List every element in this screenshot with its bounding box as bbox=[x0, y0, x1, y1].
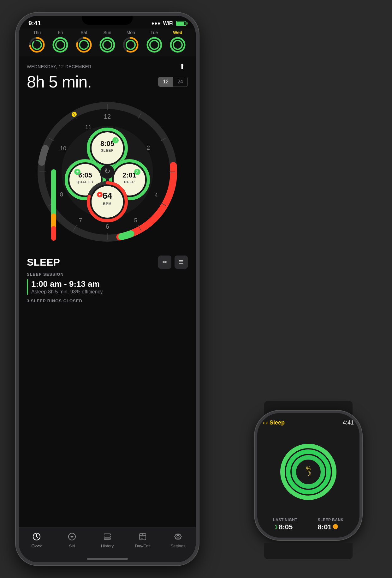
day-item-sun[interactable]: Sun bbox=[99, 30, 116, 53]
svg-text:Z: Z bbox=[136, 170, 138, 174]
clock-tab-icon bbox=[31, 531, 42, 542]
svg-text:8:05: 8:05 bbox=[100, 140, 114, 148]
svg-text:10: 10 bbox=[60, 145, 66, 152]
scene: 9:41 ●●● WiFi Thu bbox=[0, 0, 392, 578]
green-bar-indicator bbox=[27, 279, 28, 295]
day-label-sat: Sat bbox=[80, 30, 87, 35]
day-item-mon[interactable]: Mon bbox=[122, 30, 139, 53]
sleep-session-text: 1:00 am - 9:13 am Asleep 8h 5 min. 93% e… bbox=[31, 279, 104, 295]
watch-sleep-bank-icon: ⓿ bbox=[333, 524, 338, 530]
sleep-section: SLEEP ✏ ☰ SLEEP SESSION 1:00 am - 9:13 a… bbox=[19, 251, 196, 308]
time-format-24[interactable]: 24 bbox=[173, 77, 187, 87]
watch-band-bottom bbox=[264, 543, 353, 559]
ring-mon bbox=[122, 37, 139, 53]
svg-rect-99 bbox=[104, 538, 110, 539]
iphone-notch bbox=[82, 16, 133, 25]
day-item-fri[interactable]: Fri bbox=[52, 30, 68, 53]
tab-clock[interactable]: Clock bbox=[19, 531, 54, 548]
tab-bar: Clock Siri bbox=[19, 527, 196, 562]
day-label-sun: Sun bbox=[104, 30, 111, 35]
day-item-wed[interactable]: Wed bbox=[169, 30, 186, 53]
svg-text:5: 5 bbox=[134, 217, 137, 224]
ring-sat bbox=[76, 37, 92, 53]
ring-wed bbox=[169, 37, 186, 53]
sleep-session-label: SLEEP SESSION bbox=[27, 272, 188, 277]
svg-point-64 bbox=[92, 132, 123, 164]
date-label: WEDNESDAY, 12 DECEMBER bbox=[27, 64, 92, 69]
svg-text:QUALITY: QUALITY bbox=[76, 180, 94, 184]
day-label-mon: Mon bbox=[127, 30, 135, 35]
watch-back-button[interactable]: ‹ ‹ Sleep bbox=[263, 419, 285, 426]
svg-text:6: 6 bbox=[105, 223, 109, 230]
tab-settings[interactable]: Settings bbox=[160, 531, 196, 548]
svg-text:8: 8 bbox=[60, 191, 63, 198]
watch-last-night-label: LAST NIGHT bbox=[273, 518, 297, 522]
edit-icon-btn[interactable]: ✏ bbox=[158, 256, 171, 269]
svg-point-11 bbox=[80, 40, 88, 49]
svg-point-7 bbox=[56, 40, 65, 49]
watch-ring-container: % ☽ bbox=[263, 430, 354, 514]
ring-fri bbox=[52, 37, 68, 53]
home-indicator bbox=[87, 558, 128, 560]
svg-text:7: 7 bbox=[79, 217, 82, 224]
sleep-header-icons: ✏ ☰ bbox=[158, 256, 188, 269]
day-label-wed: Wed bbox=[173, 30, 182, 35]
svg-line-95 bbox=[37, 537, 38, 538]
watch-back-label: ‹ Sleep bbox=[266, 419, 285, 426]
watch-last-night-icon: ☽ bbox=[273, 524, 277, 530]
day-item-tue[interactable]: Tue bbox=[146, 30, 163, 53]
tab-siri-label: Siri bbox=[69, 544, 75, 548]
svg-text:♥: ♥ bbox=[99, 193, 101, 196]
svg-point-23 bbox=[150, 40, 159, 49]
ring-sun bbox=[99, 37, 116, 53]
day-item-sat[interactable]: Sat bbox=[76, 30, 92, 53]
svg-text:☽: ☽ bbox=[306, 470, 311, 477]
svg-text:↻: ↻ bbox=[104, 167, 110, 175]
watch-header: ‹ ‹ Sleep 4:41 bbox=[263, 419, 354, 426]
iphone-screen: 9:41 ●●● WiFi Thu bbox=[19, 16, 196, 562]
svg-text:12: 12 bbox=[104, 113, 111, 120]
tab-history[interactable]: History bbox=[90, 531, 125, 548]
tab-dayedit[interactable]: Day/Edit bbox=[125, 531, 160, 548]
svg-rect-97 bbox=[104, 534, 110, 535]
apple-watch: ‹ ‹ Sleep 4:41 bbox=[242, 401, 375, 559]
watch-body: ‹ ‹ Sleep 4:41 bbox=[255, 411, 362, 540]
watch-ring-svg: % ☽ bbox=[280, 443, 337, 500]
status-time: 9:41 bbox=[28, 20, 41, 27]
battery-icon bbox=[176, 21, 186, 26]
tab-clock-label: Clock bbox=[32, 544, 42, 548]
watch-time: 4:41 bbox=[343, 419, 354, 426]
sleep-efficiency: Asleep 8h 5 min. 93% efficiency. bbox=[31, 289, 104, 295]
menu-icon-btn[interactable]: ☰ bbox=[175, 256, 188, 269]
week-strip[interactable]: Thu Fri bbox=[19, 28, 196, 56]
svg-point-19 bbox=[126, 40, 135, 49]
iphone: 9:41 ●●● WiFi Thu bbox=[16, 13, 199, 565]
day-label-fri: Fri bbox=[58, 30, 63, 35]
day-item-thu[interactable]: Thu bbox=[29, 30, 45, 53]
svg-point-15 bbox=[103, 40, 112, 49]
tab-settings-label: Settings bbox=[171, 544, 186, 548]
watch-sleep-bank-label: SLEEP BANK bbox=[318, 518, 344, 522]
svg-rect-98 bbox=[104, 536, 110, 537]
time-format-12[interactable]: 12 bbox=[158, 77, 173, 87]
share-button[interactable]: ⬆ bbox=[176, 61, 188, 72]
date-header-row: WEDNESDAY, 12 DECEMBER ⬆ bbox=[27, 61, 188, 72]
ring-thu bbox=[29, 37, 45, 53]
sleep-time-row: 8h 5 min. 12 24 bbox=[27, 72, 188, 91]
svg-point-105 bbox=[177, 535, 179, 538]
battery-fill bbox=[177, 22, 184, 25]
history-tab-icon bbox=[102, 531, 113, 542]
date-section: WEDNESDAY, 12 DECEMBER ⬆ 8h 5 min. 12 24 bbox=[19, 56, 196, 93]
sleep-session-row: 1:00 am - 9:13 am Asleep 8h 5 min. 93% e… bbox=[27, 279, 188, 295]
signal-icon: ●●● bbox=[151, 21, 160, 26]
status-icons: ●●● WiFi bbox=[151, 21, 186, 26]
svg-text:64: 64 bbox=[102, 191, 112, 201]
tab-siri[interactable]: Siri bbox=[54, 531, 90, 548]
sleep-title: SLEEP bbox=[27, 256, 60, 268]
time-format-toggle[interactable]: 12 24 bbox=[158, 77, 188, 87]
sleep-time-display: 8h 5 min. bbox=[27, 72, 92, 91]
siri-tab-icon bbox=[66, 531, 78, 542]
sleep-time-range: 1:00 am - 9:13 am bbox=[31, 279, 104, 289]
watch-back-chevron: ‹ bbox=[263, 419, 265, 426]
day-label-thu: Thu bbox=[33, 30, 41, 35]
